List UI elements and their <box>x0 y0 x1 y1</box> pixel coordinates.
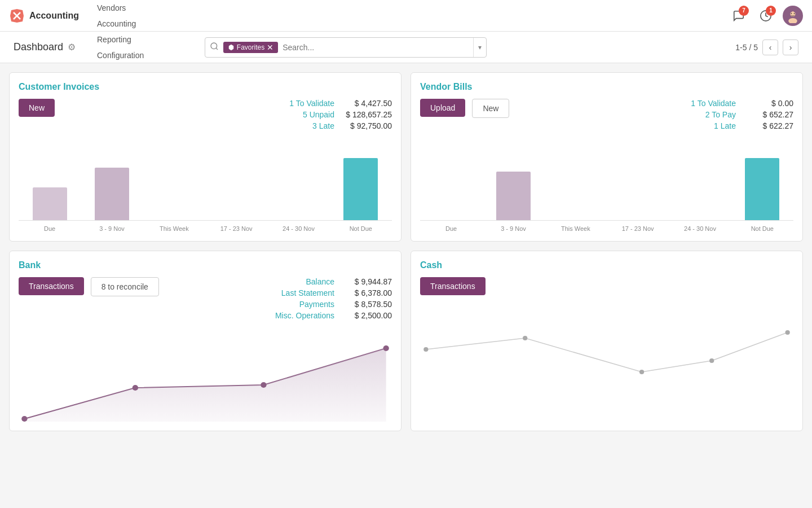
stat-row: 3 Late$ 92,750.00 <box>289 121 392 130</box>
vendor-bills-upload-button[interactable]: Upload <box>420 99 465 117</box>
bank-reconcile-button[interactable]: 8 to reconcile <box>91 277 159 296</box>
search-input[interactable] <box>278 43 473 52</box>
vendor-bills-actions: Upload New 1 To Validate$ 0.002 To Pay$ … <box>420 99 793 133</box>
bar-label: Not Due <box>731 225 793 232</box>
search-dropdown-arrow[interactable]: ▾ <box>473 38 486 57</box>
brand-name: Accounting <box>29 11 79 21</box>
stat-value: $ 622.27 <box>743 121 793 130</box>
bar-label: Due <box>19 225 81 232</box>
stat-row: Last Statement$ 6,378.00 <box>275 288 392 297</box>
user-avatar[interactable] <box>783 6 803 26</box>
cash-card: Cash Transactions <box>411 251 803 431</box>
bar-group <box>330 142 392 220</box>
nav-link-nav-vendors[interactable]: Vendors <box>90 0 151 16</box>
bar-group <box>267 142 329 220</box>
bar-label: 17 - 23 Nov <box>607 225 669 232</box>
pagination: 1-5 / 5 ‹ › <box>735 40 798 55</box>
nav-link-nav-accounting[interactable]: Accounting <box>90 16 151 32</box>
bank-stats: Balance$ 9,944.87Last Statement$ 6,378.0… <box>275 277 392 322</box>
stat-label[interactable]: 1 To Validate <box>289 99 334 108</box>
stat-label[interactable]: 2 To Pay <box>705 110 736 119</box>
vendor-bills-stats: 1 To Validate$ 0.002 To Pay$ 652.271 Lat… <box>691 99 793 133</box>
svg-point-13 <box>261 382 266 388</box>
prev-page-button[interactable]: ‹ <box>762 40 778 55</box>
bar-group <box>607 142 669 220</box>
stat-label[interactable]: 3 Late <box>312 121 334 130</box>
customer-invoices-new-button[interactable]: New <box>19 99 55 117</box>
bar-label: This Week <box>143 225 205 232</box>
stat-row: 1 To Validate$ 0.00 <box>691 99 793 108</box>
bar-label: 17 - 23 Nov <box>205 225 267 232</box>
bar <box>33 187 67 220</box>
bar-group <box>81 142 143 220</box>
stat-label[interactable]: Misc. Operations <box>275 311 334 320</box>
stat-label[interactable]: Last Statement <box>281 288 334 297</box>
stat-value: $ 128,657.25 <box>341 110 392 119</box>
search-bar: Favorites ✕ ▾ <box>205 37 487 58</box>
brand-icon <box>9 8 25 24</box>
svg-point-15 <box>423 347 428 352</box>
bar-group <box>19 142 81 220</box>
vendor-bills-new-button[interactable]: New <box>472 99 509 118</box>
stat-row: Balance$ 9,944.87 <box>275 277 392 286</box>
filter-close-icon[interactable]: ✕ <box>267 43 273 52</box>
clock-icon-btn[interactable]: 1 <box>756 6 776 26</box>
stat-label[interactable]: Balance <box>306 277 334 286</box>
stat-value: $ 92,750.00 <box>341 121 392 130</box>
brand[interactable]: Accounting <box>9 8 79 24</box>
chat-badge: 7 <box>739 6 749 16</box>
svg-point-11 <box>21 416 27 422</box>
bar <box>745 158 779 220</box>
stat-row: 1 Late$ 622.27 <box>691 121 793 130</box>
bar-label: 3 - 9 Nov <box>482 225 544 232</box>
favorites-filter-tag[interactable]: Favorites ✕ <box>223 42 278 53</box>
svg-point-14 <box>383 345 389 351</box>
stat-value: $ 4,427.50 <box>341 99 392 108</box>
bar <box>496 172 531 220</box>
stat-value: $ 9,944.87 <box>341 277 392 286</box>
bar-label: 24 - 30 Nov <box>267 225 329 232</box>
svg-point-12 <box>133 385 138 391</box>
gear-icon[interactable]: ⚙ <box>68 42 76 52</box>
stat-row: Misc. Operations$ 2,500.00 <box>275 311 392 320</box>
cash-chart <box>420 304 793 417</box>
stat-row: 5 Unpaid$ 128,657.25 <box>289 110 392 119</box>
page-title-wrap: Dashboard ⚙ <box>14 41 76 53</box>
chat-icon-btn[interactable]: 7 <box>729 6 749 26</box>
nav-link-nav-reporting[interactable]: Reporting <box>90 32 151 47</box>
clock-badge: 1 <box>766 6 776 16</box>
svg-point-17 <box>639 370 644 374</box>
bank-actions: Transactions 8 to reconcile Balance$ 9,9… <box>19 277 392 322</box>
stat-label[interactable]: 5 Unpaid <box>303 110 334 119</box>
stat-value: $ 652.27 <box>743 110 793 119</box>
stat-label[interactable]: 1 To Validate <box>691 99 736 108</box>
search-icon <box>205 42 223 53</box>
filter-label: Favorites <box>237 43 264 51</box>
stat-label[interactable]: 1 Late <box>714 121 736 130</box>
svg-point-18 <box>709 358 714 363</box>
stat-value: $ 0.00 <box>743 99 793 108</box>
vendor-bills-card: Vendor Bills Upload New 1 To Validate$ 0… <box>411 72 803 242</box>
svg-point-16 <box>523 336 527 340</box>
svg-point-19 <box>785 330 790 335</box>
nav-links: DashboardCustomersVendorsAccountingRepor… <box>90 0 151 63</box>
cash-title: Cash <box>420 260 793 270</box>
top-navigation: Accounting DashboardCustomersVendorsAcco… <box>0 0 812 32</box>
bar-group <box>482 142 544 220</box>
cash-transactions-button[interactable]: Transactions <box>420 277 486 295</box>
bank-transactions-button[interactable]: Transactions <box>19 277 84 295</box>
stat-row: 1 To Validate$ 4,427.50 <box>289 99 392 108</box>
bank-title: Bank <box>19 260 392 270</box>
bank-card: Bank Transactions 8 to reconcile Balance… <box>9 251 401 431</box>
bar-group <box>545 142 607 220</box>
bar-label: This Week <box>545 225 607 232</box>
bar-label: 24 - 30 Nov <box>669 225 731 232</box>
stat-value: $ 8,578.50 <box>341 300 392 309</box>
next-page-button[interactable]: › <box>783 40 798 55</box>
vendor-bills-title: Vendor Bills <box>420 82 793 92</box>
bar-group <box>205 142 267 220</box>
svg-marker-10 <box>229 45 233 50</box>
stat-label[interactable]: Payments <box>299 300 334 309</box>
nav-link-nav-configuration[interactable]: Configuration <box>90 47 151 63</box>
customer-invoices-title: Customer Invoices <box>19 82 392 92</box>
